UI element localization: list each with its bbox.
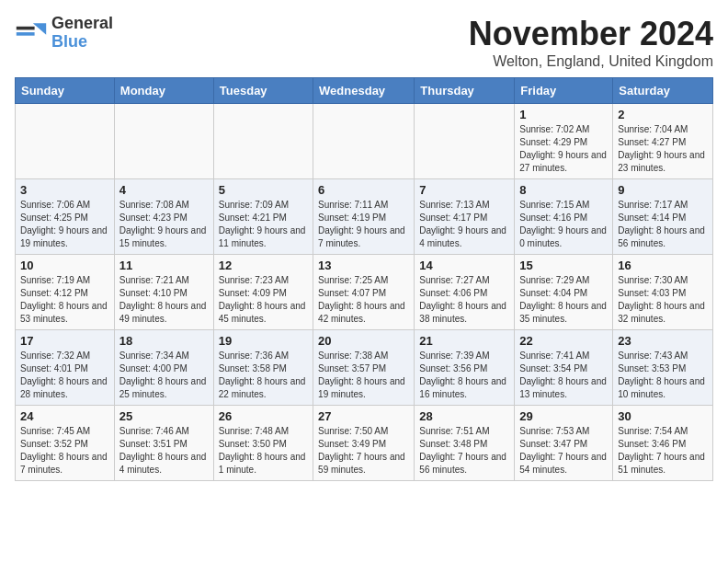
day-number: 13 xyxy=(318,259,409,272)
day-number: 23 xyxy=(618,334,708,348)
svg-rect-3 xyxy=(17,32,35,36)
calendar-cell xyxy=(16,104,115,179)
calendar-cell: 30Sunrise: 7:54 AM Sunset: 3:46 PM Dayli… xyxy=(613,406,713,481)
day-info: Sunrise: 7:30 AM Sunset: 4:03 PM Dayligh… xyxy=(618,274,708,326)
day-info: Sunrise: 7:11 AM Sunset: 4:19 PM Dayligh… xyxy=(318,199,409,250)
day-number: 30 xyxy=(618,409,708,423)
day-number: 11 xyxy=(119,259,209,272)
day-number: 16 xyxy=(618,259,708,272)
calendar-cell: 26Sunrise: 7:48 AM Sunset: 3:50 PM Dayli… xyxy=(213,406,313,481)
weekday-header-sunday: Sunday xyxy=(16,78,115,104)
calendar-cell: 12Sunrise: 7:23 AM Sunset: 4:09 PM Dayli… xyxy=(213,255,313,330)
calendar-cell: 23Sunrise: 7:43 AM Sunset: 3:53 PM Dayli… xyxy=(613,330,713,406)
day-info: Sunrise: 7:21 AM Sunset: 4:10 PM Dayligh… xyxy=(119,274,209,326)
day-info: Sunrise: 7:19 AM Sunset: 4:12 PM Dayligh… xyxy=(20,274,109,326)
day-info: Sunrise: 7:04 AM Sunset: 4:27 PM Dayligh… xyxy=(618,123,708,175)
day-info: Sunrise: 7:13 AM Sunset: 4:17 PM Dayligh… xyxy=(419,199,509,250)
day-number: 20 xyxy=(318,334,409,348)
weekday-header-saturday: Saturday xyxy=(613,78,713,104)
calendar-cell: 10Sunrise: 7:19 AM Sunset: 4:12 PM Dayli… xyxy=(16,255,115,330)
day-number: 3 xyxy=(20,183,109,197)
day-info: Sunrise: 7:29 AM Sunset: 4:04 PM Dayligh… xyxy=(519,274,608,326)
weekday-header-tuesday: Tuesday xyxy=(213,78,313,104)
day-info: Sunrise: 7:06 AM Sunset: 4:25 PM Dayligh… xyxy=(20,199,109,250)
day-info: Sunrise: 7:48 AM Sunset: 3:50 PM Dayligh… xyxy=(219,425,308,477)
day-number: 18 xyxy=(119,334,209,348)
day-info: Sunrise: 7:43 AM Sunset: 3:53 PM Dayligh… xyxy=(618,350,708,401)
calendar-cell: 1Sunrise: 7:02 AM Sunset: 4:29 PM Daylig… xyxy=(515,104,613,179)
day-number: 29 xyxy=(519,409,608,423)
calendar-cell: 18Sunrise: 7:34 AM Sunset: 4:00 PM Dayli… xyxy=(114,330,213,406)
calendar-cell xyxy=(213,104,313,179)
day-info: Sunrise: 7:08 AM Sunset: 4:23 PM Dayligh… xyxy=(119,199,209,250)
location: Welton, England, United Kingdom xyxy=(469,53,713,70)
day-info: Sunrise: 7:23 AM Sunset: 4:09 PM Dayligh… xyxy=(219,274,308,326)
calendar-cell: 4Sunrise: 7:08 AM Sunset: 4:23 PM Daylig… xyxy=(114,179,213,255)
day-info: Sunrise: 7:51 AM Sunset: 3:48 PM Dayligh… xyxy=(419,425,509,477)
day-info: Sunrise: 7:39 AM Sunset: 3:56 PM Dayligh… xyxy=(419,350,509,401)
day-info: Sunrise: 7:25 AM Sunset: 4:07 PM Dayligh… xyxy=(318,274,409,326)
day-info: Sunrise: 7:17 AM Sunset: 4:14 PM Dayligh… xyxy=(618,199,708,250)
day-info: Sunrise: 7:34 AM Sunset: 4:00 PM Dayligh… xyxy=(119,350,209,401)
day-number: 25 xyxy=(119,409,209,423)
day-number: 27 xyxy=(318,409,409,423)
calendar-cell: 3Sunrise: 7:06 AM Sunset: 4:25 PM Daylig… xyxy=(16,179,115,255)
calendar-cell: 19Sunrise: 7:36 AM Sunset: 3:58 PM Dayli… xyxy=(213,330,313,406)
calendar-cell: 8Sunrise: 7:15 AM Sunset: 4:16 PM Daylig… xyxy=(515,179,613,255)
day-info: Sunrise: 7:45 AM Sunset: 3:52 PM Dayligh… xyxy=(20,425,109,477)
day-number: 5 xyxy=(219,183,308,197)
day-info: Sunrise: 7:36 AM Sunset: 3:58 PM Dayligh… xyxy=(219,350,308,401)
calendar-cell: 15Sunrise: 7:29 AM Sunset: 4:04 PM Dayli… xyxy=(515,255,613,330)
day-number: 2 xyxy=(618,108,708,121)
day-info: Sunrise: 7:27 AM Sunset: 4:06 PM Dayligh… xyxy=(419,274,509,326)
day-number: 22 xyxy=(519,334,608,348)
logo-text: General Blue xyxy=(51,15,113,52)
calendar-cell xyxy=(114,104,213,179)
weekday-header-monday: Monday xyxy=(114,78,213,104)
day-info: Sunrise: 7:41 AM Sunset: 3:54 PM Dayligh… xyxy=(519,350,608,401)
svg-marker-1 xyxy=(33,23,46,35)
calendar-cell: 22Sunrise: 7:41 AM Sunset: 3:54 PM Dayli… xyxy=(515,330,613,406)
day-info: Sunrise: 7:02 AM Sunset: 4:29 PM Dayligh… xyxy=(519,123,608,175)
calendar-cell: 11Sunrise: 7:21 AM Sunset: 4:10 PM Dayli… xyxy=(114,255,213,330)
day-number: 10 xyxy=(20,259,109,272)
day-number: 6 xyxy=(318,183,409,197)
day-info: Sunrise: 7:54 AM Sunset: 3:46 PM Dayligh… xyxy=(618,425,708,477)
day-info: Sunrise: 7:38 AM Sunset: 3:57 PM Dayligh… xyxy=(318,350,409,401)
day-number: 26 xyxy=(219,409,308,423)
day-number: 12 xyxy=(219,259,308,272)
day-number: 4 xyxy=(119,183,209,197)
day-number: 19 xyxy=(219,334,308,348)
calendar-cell: 16Sunrise: 7:30 AM Sunset: 4:03 PM Dayli… xyxy=(613,255,713,330)
calendar-cell: 6Sunrise: 7:11 AM Sunset: 4:19 PM Daylig… xyxy=(313,179,415,255)
header: General Blue November 2024 Welton, Engla… xyxy=(15,15,713,70)
day-number: 14 xyxy=(419,259,509,272)
calendar-cell xyxy=(415,104,515,179)
day-number: 1 xyxy=(519,108,608,121)
day-info: Sunrise: 7:32 AM Sunset: 4:01 PM Dayligh… xyxy=(20,350,109,401)
month-title: November 2024 xyxy=(469,15,713,53)
day-info: Sunrise: 7:15 AM Sunset: 4:16 PM Dayligh… xyxy=(519,199,608,250)
calendar-cell: 2Sunrise: 7:04 AM Sunset: 4:27 PM Daylig… xyxy=(613,104,713,179)
day-number: 24 xyxy=(20,409,109,423)
day-number: 7 xyxy=(419,183,509,197)
day-info: Sunrise: 7:53 AM Sunset: 3:47 PM Dayligh… xyxy=(519,425,608,477)
day-number: 9 xyxy=(618,183,708,197)
calendar-cell: 7Sunrise: 7:13 AM Sunset: 4:17 PM Daylig… xyxy=(415,179,515,255)
day-number: 15 xyxy=(519,259,608,272)
calendar-cell: 24Sunrise: 7:45 AM Sunset: 3:52 PM Dayli… xyxy=(16,406,115,481)
logo-icon xyxy=(15,17,48,50)
calendar-cell: 13Sunrise: 7:25 AM Sunset: 4:07 PM Dayli… xyxy=(313,255,415,330)
calendar-cell: 28Sunrise: 7:51 AM Sunset: 3:48 PM Dayli… xyxy=(415,406,515,481)
weekday-header-friday: Friday xyxy=(515,78,613,104)
day-info: Sunrise: 7:09 AM Sunset: 4:21 PM Dayligh… xyxy=(219,199,308,250)
calendar-cell xyxy=(313,104,415,179)
weekday-header-wednesday: Wednesday xyxy=(313,78,415,104)
day-info: Sunrise: 7:50 AM Sunset: 3:49 PM Dayligh… xyxy=(318,425,409,477)
day-number: 21 xyxy=(419,334,509,348)
logo: General Blue xyxy=(15,15,113,52)
calendar-cell: 25Sunrise: 7:46 AM Sunset: 3:51 PM Dayli… xyxy=(114,406,213,481)
calendar-cell: 29Sunrise: 7:53 AM Sunset: 3:47 PM Dayli… xyxy=(515,406,613,481)
calendar-cell: 21Sunrise: 7:39 AM Sunset: 3:56 PM Dayli… xyxy=(415,330,515,406)
day-number: 28 xyxy=(419,409,509,423)
